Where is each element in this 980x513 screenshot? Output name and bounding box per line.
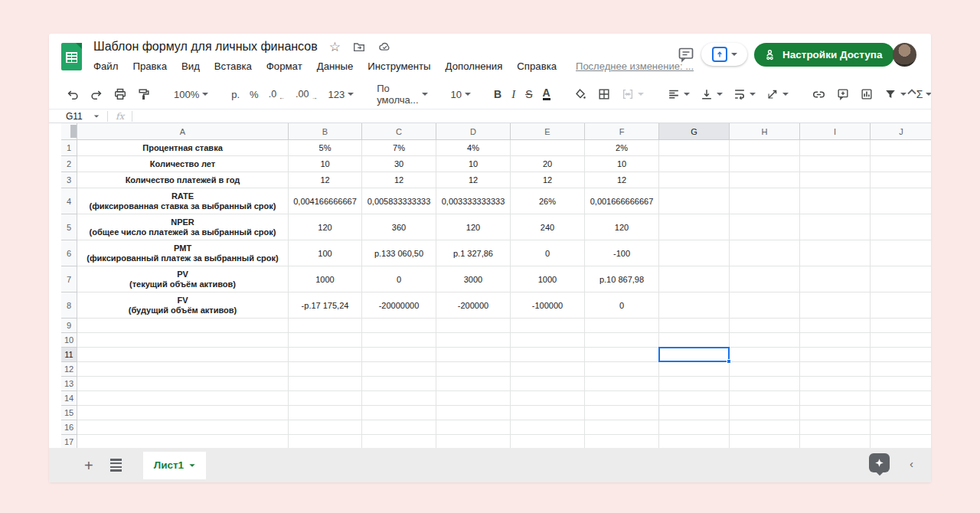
cell-D14[interactable] (436, 391, 511, 406)
font-select[interactable]: По умолча... (377, 83, 427, 106)
cell-I8[interactable] (800, 292, 871, 319)
cell-E1[interactable] (511, 140, 585, 156)
row-header-9[interactable]: 9 (61, 319, 77, 333)
cell-F2[interactable]: 10 (585, 156, 659, 172)
cell-C15[interactable] (362, 406, 436, 420)
row-header-12[interactable]: 12 (61, 362, 77, 377)
add-sheet-button[interactable]: + (84, 458, 93, 473)
cell-C16[interactable] (362, 420, 436, 435)
fill-color-icon[interactable] (573, 87, 587, 101)
row-header-13[interactable]: 13 (61, 377, 77, 391)
cell-J5[interactable] (871, 214, 931, 240)
cell-J3[interactable] (871, 172, 931, 188)
cell-B9[interactable] (289, 319, 362, 333)
cell-G17[interactable] (659, 435, 730, 448)
row-header-14[interactable]: 14 (61, 391, 77, 406)
cell-H15[interactable] (730, 406, 800, 420)
cell-C6[interactable]: р.133 060,50 (362, 240, 436, 266)
cell-A16[interactable] (77, 420, 289, 435)
merge-cells-icon[interactable] (621, 87, 644, 101)
cell-E3[interactable]: 12 (511, 172, 585, 188)
print-icon[interactable] (113, 87, 127, 101)
cell-G8[interactable] (659, 292, 730, 319)
cell-A11[interactable] (77, 348, 289, 362)
menu-tools[interactable]: Инструменты (368, 60, 430, 72)
cell-J11[interactable] (871, 348, 931, 362)
cell-H1[interactable] (730, 140, 800, 156)
cell-A2[interactable]: Количество лет (77, 156, 289, 172)
horizontal-align-icon[interactable] (667, 87, 690, 101)
cell-H2[interactable] (730, 156, 800, 172)
cell-I6[interactable] (800, 240, 871, 266)
star-icon[interactable]: ☆ (329, 41, 341, 54)
last-edit-link[interactable]: Последнее изменение: ... (576, 60, 694, 72)
menu-edit[interactable]: Правка (132, 60, 167, 72)
column-header-E[interactable]: E (511, 123, 585, 140)
cell-D3[interactable]: 12 (436, 172, 511, 188)
cell-I10[interactable] (800, 333, 871, 348)
cell-D7[interactable]: 3000 (436, 266, 511, 292)
menu-data[interactable]: Данные (317, 60, 354, 72)
row-header-15[interactable]: 15 (61, 406, 77, 420)
row-header-6[interactable]: 6 (61, 240, 77, 266)
collapse-panel-icon[interactable]: ‹ (910, 457, 913, 470)
cell-A3[interactable]: Количество платежей в год (77, 172, 289, 188)
cell-B8[interactable]: -р.17 175,24 (289, 292, 362, 319)
cell-D13[interactable] (436, 377, 511, 391)
menu-insert[interactable]: Вставка (214, 60, 252, 72)
cell-H4[interactable] (730, 188, 800, 214)
cell-I11[interactable] (800, 348, 871, 362)
cell-J7[interactable] (871, 266, 931, 292)
cell-A9[interactable] (77, 319, 289, 333)
cell-E14[interactable] (511, 391, 585, 406)
cell-A17[interactable] (77, 435, 289, 448)
cell-H16[interactable] (730, 420, 800, 435)
cell-H5[interactable] (730, 214, 800, 240)
cell-G16[interactable] (659, 420, 730, 435)
column-header-A[interactable]: A (77, 123, 289, 140)
cell-I17[interactable] (800, 435, 871, 448)
cell-B15[interactable] (289, 406, 362, 420)
cell-B11[interactable] (289, 348, 362, 362)
cell-D17[interactable] (436, 435, 511, 448)
select-all-corner[interactable] (61, 123, 77, 140)
cell-J4[interactable] (871, 188, 931, 214)
cell-J6[interactable] (871, 240, 931, 266)
cell-F14[interactable] (585, 391, 659, 406)
column-header-B[interactable]: B (289, 123, 362, 140)
vertical-align-icon[interactable] (700, 87, 723, 101)
cell-E2[interactable]: 20 (511, 156, 585, 172)
cell-F9[interactable] (585, 319, 659, 333)
cell-F8[interactable]: 0 (585, 292, 659, 319)
cell-I13[interactable] (800, 377, 871, 391)
cell-F13[interactable] (585, 377, 659, 391)
cell-H6[interactable] (730, 240, 800, 266)
row-header-8[interactable]: 8 (61, 292, 77, 319)
insert-link-icon[interactable] (812, 87, 826, 102)
cell-J12[interactable] (871, 362, 931, 377)
cell-A1[interactable]: Процентная ставка (77, 140, 289, 156)
cell-F16[interactable] (585, 420, 659, 435)
cell-D11[interactable] (436, 348, 511, 362)
menu-help[interactable]: Справка (517, 60, 557, 72)
user-avatar[interactable] (893, 43, 916, 67)
cell-H9[interactable] (730, 319, 800, 333)
bold-button[interactable]: B (494, 88, 501, 100)
cell-D2[interactable]: 10 (436, 156, 511, 172)
menu-addons[interactable]: Дополнения (446, 60, 503, 72)
cell-G12[interactable] (659, 362, 730, 377)
cell-B16[interactable] (289, 420, 362, 435)
row-header-11[interactable]: 11 (61, 348, 77, 362)
cell-A4[interactable]: RATE(фиксированная ставка за выбранный с… (77, 188, 289, 214)
cell-E5[interactable]: 240 (511, 214, 585, 240)
cell-G13[interactable] (659, 377, 730, 391)
cell-J15[interactable] (871, 406, 931, 420)
cell-C17[interactable] (362, 435, 436, 448)
cell-E8[interactable]: -100000 (511, 292, 585, 319)
cell-E12[interactable] (511, 362, 585, 377)
paint-format-icon[interactable] (137, 87, 151, 101)
row-header-17[interactable]: 17 (61, 435, 77, 448)
comments-icon[interactable] (677, 45, 695, 64)
cell-H11[interactable] (730, 348, 800, 362)
cell-E13[interactable] (511, 377, 585, 391)
